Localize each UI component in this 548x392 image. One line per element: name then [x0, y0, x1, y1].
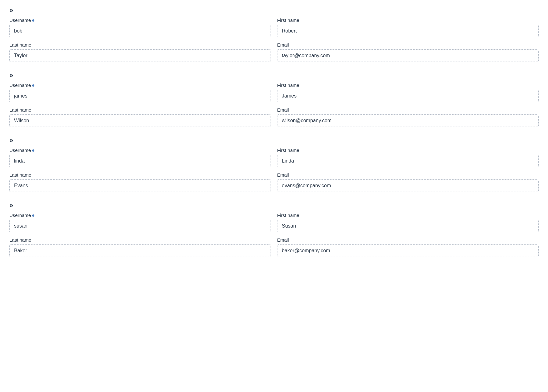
- lastname-label: Last name: [9, 107, 271, 113]
- required-indicator: [32, 84, 34, 87]
- username-group: Username: [9, 148, 271, 167]
- lastname-group: Last name: [9, 172, 271, 192]
- username-firstname-row: Username First name: [9, 83, 539, 102]
- username-input[interactable]: [9, 90, 271, 102]
- lastname-email-row: Last name Email: [9, 237, 539, 257]
- user-block-1: » Username First name Last name: [9, 6, 539, 62]
- chevron-icon: »: [9, 136, 13, 144]
- username-firstname-row: Username First name: [9, 213, 539, 232]
- lastname-group: Last name: [9, 107, 271, 127]
- user-block-3: » Username First name Last name: [9, 136, 539, 192]
- email-label: Email: [277, 42, 539, 48]
- username-input[interactable]: [9, 155, 271, 167]
- firstname-label: First name: [277, 148, 539, 153]
- lastname-label: Last name: [9, 237, 271, 243]
- lastname-email-row: Last name Email: [9, 172, 539, 192]
- email-input[interactable]: [277, 49, 539, 62]
- username-label: Username: [9, 213, 271, 218]
- firstname-input[interactable]: [277, 155, 539, 167]
- email-label: Email: [277, 107, 539, 113]
- email-group: Email: [277, 172, 539, 192]
- email-group: Email: [277, 107, 539, 127]
- email-group: Email: [277, 237, 539, 257]
- firstname-label: First name: [277, 18, 539, 23]
- required-indicator: [32, 149, 34, 152]
- firstname-label: First name: [277, 83, 539, 88]
- email-label: Email: [277, 237, 539, 243]
- lastname-input[interactable]: [9, 114, 271, 127]
- username-input[interactable]: [9, 220, 271, 232]
- user-block-2: » Username First name Last name: [9, 71, 539, 127]
- lastname-group: Last name: [9, 42, 271, 62]
- required-indicator: [32, 19, 34, 22]
- lastname-label: Last name: [9, 42, 271, 48]
- email-input[interactable]: [277, 244, 539, 257]
- firstname-input[interactable]: [277, 90, 539, 102]
- username-input[interactable]: [9, 25, 271, 37]
- chevron-icon: »: [9, 6, 13, 14]
- username-group: Username: [9, 213, 271, 232]
- firstname-input[interactable]: [277, 220, 539, 232]
- lastname-email-row: Last name Email: [9, 107, 539, 127]
- firstname-input[interactable]: [277, 25, 539, 37]
- email-input[interactable]: [277, 179, 539, 192]
- chevron-icon: »: [9, 71, 13, 79]
- user-block-4: » Username First name Last name: [9, 201, 539, 257]
- lastname-input[interactable]: [9, 49, 271, 62]
- lastname-input[interactable]: [9, 244, 271, 257]
- username-firstname-row: Username First name: [9, 18, 539, 37]
- username-group: Username: [9, 83, 271, 102]
- lastname-group: Last name: [9, 237, 271, 257]
- username-label: Username: [9, 148, 271, 153]
- lastname-input[interactable]: [9, 179, 271, 192]
- username-group: Username: [9, 18, 271, 37]
- lastname-label: Last name: [9, 172, 271, 178]
- firstname-group: First name: [277, 18, 539, 37]
- firstname-group: First name: [277, 83, 539, 102]
- lastname-email-row: Last name Email: [9, 42, 539, 62]
- username-firstname-row: Username First name: [9, 148, 539, 167]
- required-indicator: [32, 214, 34, 217]
- firstname-group: First name: [277, 213, 539, 232]
- email-group: Email: [277, 42, 539, 62]
- email-label: Email: [277, 172, 539, 178]
- username-label: Username: [9, 18, 271, 23]
- username-label: Username: [9, 83, 271, 88]
- email-input[interactable]: [277, 114, 539, 127]
- chevron-icon: »: [9, 201, 13, 209]
- firstname-label: First name: [277, 213, 539, 218]
- firstname-group: First name: [277, 148, 539, 167]
